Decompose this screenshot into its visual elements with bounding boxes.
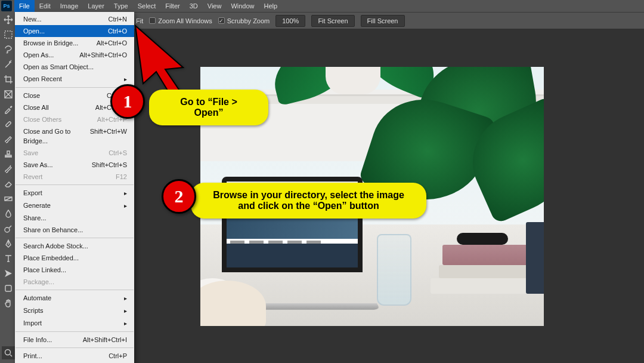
frame-tool-icon[interactable] bbox=[2, 88, 15, 101]
step-2-callout: Browse in your directory, select the ima… bbox=[191, 183, 426, 219]
file-menu-place-embedded[interactable]: Place Embedded... bbox=[15, 252, 134, 264]
blur-tool-icon[interactable] bbox=[2, 207, 15, 220]
file-menu-close-others: Close OthersAlt+Ctrl+P bbox=[15, 113, 134, 125]
step-1-badge: 1 bbox=[110, 84, 145, 119]
history-brush-icon[interactable] bbox=[2, 162, 15, 176]
menu-edit[interactable]: Edit bbox=[35, 0, 55, 12]
menu-help[interactable]: Help bbox=[259, 0, 283, 12]
lasso-tool-icon[interactable] bbox=[2, 43, 15, 56]
menu-view[interactable]: View bbox=[203, 0, 227, 12]
annotation-arrow bbox=[132, 23, 192, 97]
brush-tool-icon[interactable] bbox=[2, 133, 15, 146]
zoom-tool-icon[interactable] bbox=[2, 346, 15, 359]
file-menu-open-as-smart-object[interactable]: Open as Smart Object... bbox=[15, 61, 134, 73]
gradient-tool-icon[interactable] bbox=[2, 192, 15, 205]
menu-file[interactable]: File bbox=[14, 0, 35, 12]
eraser-tool-icon[interactable] bbox=[2, 177, 15, 190]
fit-screen-button[interactable]: Fit Screen bbox=[311, 15, 354, 27]
menu-filter[interactable]: Filter bbox=[160, 0, 184, 12]
menu-window[interactable]: Window bbox=[226, 0, 259, 12]
file-menu-save-as[interactable]: Save As...Shift+Ctrl+S bbox=[15, 159, 134, 171]
heal-tool-icon[interactable] bbox=[2, 118, 15, 131]
menu-3d[interactable]: 3D bbox=[185, 0, 203, 12]
file-menu-new[interactable]: New...Ctrl+N bbox=[15, 13, 134, 25]
dodge-tool-icon[interactable] bbox=[2, 222, 15, 235]
file-menu-scripts[interactable]: Scripts bbox=[15, 304, 134, 317]
shape-tool-icon[interactable] bbox=[2, 282, 15, 295]
svg-point-6 bbox=[5, 350, 10, 355]
scrubby-zoom-checkbox[interactable]: ✓Scrubby Zoom bbox=[218, 17, 270, 24]
file-menu-share-on-behance[interactable]: Share on Behance... bbox=[15, 224, 134, 236]
wand-tool-icon[interactable] bbox=[2, 58, 15, 71]
file-menu-open-as[interactable]: Open As...Alt+Shift+Ctrl+O bbox=[15, 49, 134, 61]
move-tool-icon[interactable] bbox=[2, 13, 15, 26]
svg-point-4 bbox=[5, 227, 10, 232]
menubar: Ps FileEditImageLayerTypeSelectFilter3DV… bbox=[0, 0, 644, 12]
photoshop-icon: Ps bbox=[1, 1, 12, 11]
tools-panel bbox=[0, 12, 17, 363]
svg-rect-2 bbox=[5, 121, 11, 127]
file-menu-place-linked[interactable]: Place Linked... bbox=[15, 264, 134, 276]
pen-tool-icon[interactable] bbox=[2, 237, 15, 250]
file-menu-search-adobe-stock[interactable]: Search Adobe Stock... bbox=[15, 240, 134, 252]
path-tool-icon[interactable] bbox=[2, 267, 15, 280]
file-menu-generate[interactable]: Generate bbox=[15, 199, 134, 212]
hand-tool-icon[interactable] bbox=[2, 297, 15, 310]
file-menu-close-and-go-to-bridge[interactable]: Close and Go to Bridge...Shift+Ctrl+W bbox=[15, 125, 134, 147]
menu-image[interactable]: Image bbox=[55, 0, 83, 12]
svg-marker-7 bbox=[135, 26, 183, 93]
file-menu-save: SaveCtrl+S bbox=[15, 147, 134, 159]
file-menu-open-recent[interactable]: Open Recent bbox=[15, 73, 134, 85]
file-menu-package: Package... bbox=[15, 276, 134, 288]
step-2-badge: 2 bbox=[162, 179, 196, 214]
file-menu-revert: RevertF12 bbox=[15, 171, 134, 183]
menu-type[interactable]: Type bbox=[109, 0, 133, 12]
file-menu-file-info[interactable]: File Info...Alt+Shift+Ctrl+I bbox=[15, 334, 134, 346]
type-tool-icon[interactable] bbox=[2, 252, 15, 265]
file-menu-browse-in-bridge[interactable]: Browse in Bridge...Alt+Ctrl+O bbox=[15, 37, 134, 49]
file-menu-share[interactable]: Share... bbox=[15, 212, 134, 224]
file-menu-open[interactable]: Open...Ctrl+O bbox=[15, 25, 134, 37]
file-menu-print[interactable]: Print...Ctrl+P bbox=[15, 350, 134, 362]
file-menu-export[interactable]: Export bbox=[15, 187, 134, 199]
menu-layer[interactable]: Layer bbox=[83, 0, 109, 12]
crop-tool-icon[interactable] bbox=[2, 73, 15, 86]
svg-rect-0 bbox=[5, 31, 12, 38]
svg-rect-5 bbox=[5, 285, 11, 291]
file-menu-dropdown: New...Ctrl+NOpen...Ctrl+OBrowse in Bridg… bbox=[15, 12, 134, 363]
marquee-tool-icon[interactable] bbox=[2, 28, 15, 41]
menu-select[interactable]: Select bbox=[133, 0, 161, 12]
eyedropper-tool-icon[interactable] bbox=[2, 103, 15, 116]
file-menu-import[interactable]: Import bbox=[15, 317, 134, 330]
fill-screen-button[interactable]: Fill Screen bbox=[361, 15, 405, 27]
file-menu-automate[interactable]: Automate bbox=[15, 292, 134, 304]
stamp-tool-icon[interactable] bbox=[2, 147, 15, 161]
step-1-callout: Go to “File > Open” bbox=[149, 90, 268, 125]
zoom-value[interactable]: 100% bbox=[275, 15, 305, 27]
